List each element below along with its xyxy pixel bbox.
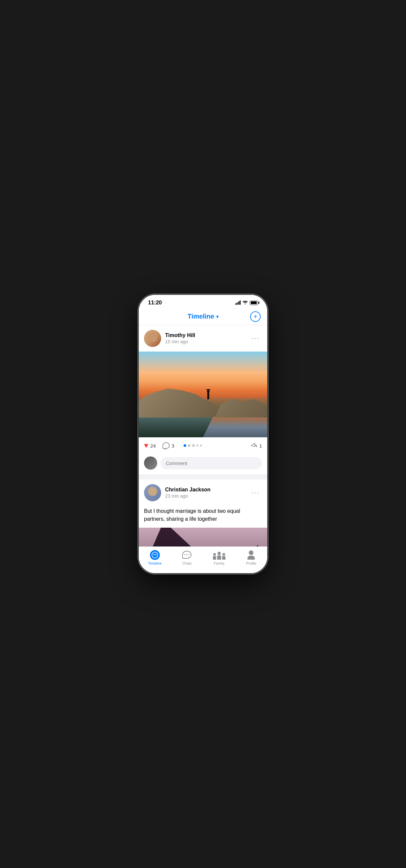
separator [139, 477, 267, 479]
post-user-info: Christian Jackson 23 min ago [165, 487, 245, 499]
profile-icon [247, 550, 255, 560]
sunset-scene [139, 351, 267, 437]
post-username: Timothy Hill [165, 333, 245, 338]
post-menu-button[interactable]: ··· [249, 487, 262, 498]
nav-item-chats[interactable]: Chats [171, 550, 203, 565]
add-post-button[interactable]: + [250, 311, 261, 322]
mountains-scene [139, 528, 267, 547]
status-bar: 11:20 [139, 295, 267, 309]
wifi-icon [242, 300, 248, 305]
commenter-avatar [144, 457, 157, 470]
dot-3 [192, 444, 195, 447]
like-button[interactable]: ♥ 24 [144, 441, 156, 450]
timeline-nav-icon-container [150, 550, 160, 560]
comment-button[interactable]: 3 [163, 442, 174, 449]
family-nav-icon-container [214, 550, 224, 560]
share-count: 1 [259, 443, 262, 448]
comment-section [139, 454, 267, 474]
share-icon [250, 442, 258, 449]
heart-icon: ♥ [144, 441, 148, 450]
like-count: 24 [150, 443, 156, 448]
image-dots-indicator [183, 444, 202, 447]
post-time: 23 min ago [165, 493, 245, 499]
nav-item-timeline[interactable]: Timeline [139, 550, 171, 565]
feed-scroll-area[interactable]: Timothy Hill 15 min ago ··· [139, 325, 267, 547]
avatar[interactable] [144, 330, 161, 347]
nav-item-family[interactable]: Family [203, 550, 235, 565]
signal-icon [235, 301, 241, 305]
post-user-info: Timothy Hill 15 min ago [165, 333, 245, 344]
status-time: 11:20 [148, 300, 162, 306]
profile-nav-label: Profile [246, 561, 257, 565]
chats-icon [182, 551, 192, 559]
post-image-2 [139, 528, 267, 547]
rock-formation [139, 378, 267, 417]
post-header: Christian Jackson 23 min ago ··· [139, 479, 267, 506]
comment-count: 3 [172, 443, 174, 448]
post-card: Timothy Hill 15 min ago ··· [139, 325, 267, 474]
profile-nav-icon-container [246, 550, 256, 560]
post-menu-button[interactable]: ··· [249, 333, 262, 344]
timeline-icon [150, 550, 160, 560]
chats-nav-icon-container [182, 550, 192, 560]
comment-bubble-icon [163, 442, 170, 449]
post-card: Christian Jackson 23 min ago ··· But I t… [139, 479, 267, 547]
phone-frame: 11:20 [139, 295, 267, 573]
dot-1 [183, 444, 186, 447]
header-title[interactable]: Timeline ▾ [188, 313, 218, 320]
post-actions: ♥ 24 3 [139, 437, 267, 454]
phone-screen: 11:20 [139, 295, 267, 573]
post-image [139, 351, 267, 437]
comment-input[interactable] [161, 457, 262, 469]
family-icon [213, 550, 226, 560]
dot-5 [200, 444, 202, 446]
app-header: Timeline ▾ + [139, 309, 267, 325]
chats-nav-label: Chats [182, 561, 192, 565]
dot-4 [196, 444, 198, 446]
bottom-navigation: Timeline Chats [139, 547, 267, 573]
person-silhouette [206, 389, 210, 399]
dot-2 [188, 444, 191, 447]
family-nav-label: Family [214, 561, 225, 565]
post-text: But I thought marriage is about two equa… [139, 506, 267, 528]
nav-item-profile[interactable]: Profile [235, 550, 268, 565]
post-time: 15 min ago [165, 339, 245, 344]
timeline-nav-label: Timeline [148, 561, 162, 565]
header-title-text: Timeline [188, 313, 214, 320]
avatar[interactable] [144, 484, 161, 501]
battery-icon [250, 301, 258, 305]
post-username: Christian Jackson [165, 487, 245, 493]
timeline-chevron-icon: ▾ [216, 314, 218, 319]
share-button[interactable]: 1 [250, 442, 262, 449]
post-header: Timothy Hill 15 min ago ··· [139, 325, 267, 351]
status-icons [235, 300, 258, 305]
